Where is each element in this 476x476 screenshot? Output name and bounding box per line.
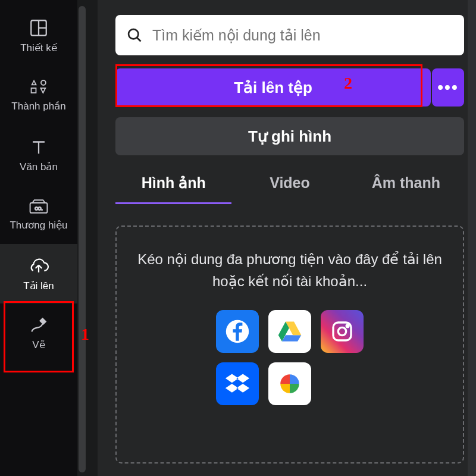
- tab-images[interactable]: Hình ảnh: [115, 174, 231, 204]
- shapes-icon: [29, 79, 49, 96]
- upload-tabs: Hình ảnh Video Âm thanh: [115, 174, 464, 204]
- upload-file-button[interactable]: Tải lên tệp: [115, 68, 431, 107]
- sidebar-item-text[interactable]: Văn bản: [0, 125, 77, 184]
- sidebar-item-brand[interactable]: CO. Thương hiệu: [0, 184, 77, 244]
- svg-point-11: [338, 328, 346, 336]
- tab-video[interactable]: Video: [231, 174, 347, 204]
- svg-point-7: [129, 29, 138, 39]
- sidebar-item-draw[interactable]: Vẽ: [0, 303, 77, 363]
- sidebar-item-label: Thiết kế: [20, 42, 57, 54]
- service-google-drive[interactable]: [268, 310, 311, 353]
- record-button-label: Tự ghi hình: [248, 127, 331, 146]
- more-options-icon: •••: [437, 78, 458, 97]
- brand-icon: CO.: [28, 198, 49, 215]
- service-facebook[interactable]: [216, 310, 259, 353]
- sidebar-item-label: Văn bản: [20, 161, 58, 173]
- svg-point-12: [346, 325, 349, 327]
- text-icon: [29, 137, 49, 157]
- record-yourself-button[interactable]: Tự ghi hình: [115, 117, 464, 155]
- google-photos-icon: [277, 371, 302, 396]
- sidebar-item-upload[interactable]: Tải lên: [0, 244, 77, 303]
- service-instagram[interactable]: [321, 310, 364, 353]
- facebook-icon: [225, 319, 250, 344]
- search-box[interactable]: [115, 15, 464, 55]
- dropbox-icon: [224, 372, 250, 396]
- svg-rect-4: [32, 88, 36, 93]
- upload-panel: Tải lên tệp ••• Tự ghi hình Hình ảnh Vid…: [98, 0, 476, 476]
- sidebar-item-design[interactable]: Thiết kế: [0, 6, 77, 65]
- sidebar-scrollbar-thumb[interactable]: [79, 6, 86, 472]
- svg-point-3: [41, 80, 46, 85]
- service-google-photos[interactable]: [268, 362, 311, 405]
- instagram-icon: [330, 320, 354, 343]
- panel-scrollbar[interactable]: [468, 0, 476, 476]
- annotation-number-1: 1: [81, 325, 89, 344]
- tab-label: Hình ảnh: [142, 174, 206, 191]
- sidebar: Thiết kế Thành phần Văn bản CO. Thương h…: [0, 0, 77, 476]
- upload-file-button-label: Tải lên tệp: [234, 79, 312, 97]
- draw-icon: [29, 316, 49, 335]
- upload-button-row: Tải lên tệp •••: [115, 68, 464, 107]
- cloud-upload-icon: [27, 256, 51, 276]
- svg-line-8: [137, 37, 140, 41]
- google-drive-icon: [277, 320, 302, 343]
- dropzone-text: Kéo nội dung đa phương tiện vào đây để t…: [133, 248, 446, 292]
- sidebar-scrollbar-track: [77, 0, 98, 476]
- svg-text:CO.: CO.: [35, 206, 43, 211]
- tab-label: Âm thanh: [372, 174, 440, 191]
- service-dropbox[interactable]: [216, 362, 259, 405]
- search-input[interactable]: [152, 27, 453, 44]
- sidebar-item-label: Thành phần: [11, 100, 65, 112]
- service-grid: [216, 310, 364, 405]
- annotation-number-2: 2: [344, 74, 352, 93]
- tab-label: Video: [270, 174, 310, 191]
- layout-icon: [29, 18, 49, 38]
- sidebar-item-label: Thương hiệu: [10, 219, 67, 231]
- sidebar-item-label: Vẽ: [32, 339, 45, 351]
- sidebar-item-label: Tải lên: [23, 280, 54, 292]
- upload-more-button[interactable]: •••: [432, 68, 464, 107]
- tab-audio[interactable]: Âm thanh: [348, 174, 464, 204]
- search-icon: [126, 27, 143, 43]
- upload-dropzone[interactable]: Kéo nội dung đa phương tiện vào đây để t…: [115, 226, 464, 464]
- sidebar-item-elements[interactable]: Thành phần: [0, 65, 77, 125]
